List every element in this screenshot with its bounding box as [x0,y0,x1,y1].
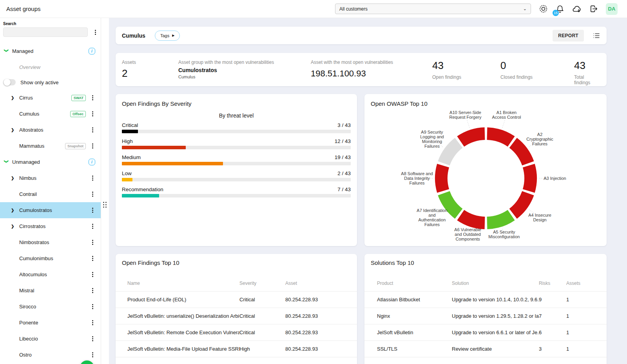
table-cell: Critical [239,297,285,302]
table-header-row: NameSeverityAsset [116,275,357,292]
donut-label-6: A6 Vulnerableand OutdatedComponents [454,227,481,241]
item-kebab-menu-icon[interactable] [91,319,95,327]
resize-drag-handle-icon[interactable] [103,202,107,208]
table-row[interactable]: Atlassian BitbucketUpgrade to version 10… [364,292,607,308]
table-row[interactable]: JelSoft vBulletinUpgrade to version 6.6.… [364,324,607,341]
item-kebab-menu-icon[interactable] [91,302,95,311]
table-cell: Critical [239,313,285,319]
report-button[interactable]: REPORT [553,30,584,42]
severity-row-medium: Medium19 / 43 [122,154,351,165]
sidebar-item-mammatus[interactable]: MammatusSnapshot [0,138,101,154]
sidebar-item-contrail[interactable]: Contrail [0,186,101,202]
item-kebab-menu-icon[interactable] [91,238,95,246]
chevron-right-icon[interactable]: ❯ [11,208,16,212]
sidebar-item-mistral[interactable]: Mistral [0,283,101,299]
item-kebab-menu-icon[interactable] [91,190,95,198]
item-kebab-menu-icon[interactable] [91,270,95,279]
open-owasp-top10-card: Open OWASP Top 10 A1 BrokenAccess Contro… [364,94,607,246]
chevron-right-icon[interactable]: ❯ [11,224,16,228]
table-row[interactable]: SSL/TLSReview certificate31 [364,341,607,357]
donut-label-9: A9 SecurityLogging andMonitoringFailures [420,130,444,148]
donut-segment-9[interactable] [444,143,459,163]
stat-total-findings: 43 Total findings [574,60,600,85]
donut-segment-6[interactable] [460,215,485,223]
avatar[interactable]: DA [606,3,618,15]
sidebar-item-nimbostratos[interactable]: Nimbostratos [0,234,101,250]
cloud-download-icon[interactable] [572,4,582,14]
donut-segment-3[interactable] [529,166,531,191]
stat-label: Asset with the most open vulnerabilities [311,60,432,65]
managed-list: ❯CirrusSWATCumulusOffsec❯AltostratosMamm… [0,90,101,154]
sidebar-section-unmanaged[interactable]: ❯ Unmanaged i [0,154,101,170]
item-kebab-menu-icon[interactable] [91,351,95,359]
item-kebab-menu-icon[interactable] [91,222,95,230]
chevron-right-icon[interactable]: ❯ [11,176,16,180]
sidebar-item-sirocco[interactable]: Sirocco [0,299,101,315]
customer-select[interactable]: All customers ⌄ [335,4,531,14]
column-header: Name [116,281,239,286]
sidebar-item-cumulostratos[interactable]: ❯Cumulostratos [0,202,101,218]
table-row[interactable]: Product End-of-Life (EOL)Critical80.254.… [116,292,357,308]
donut-segment-1[interactable] [487,134,511,141]
item-kebab-menu-icon[interactable] [91,206,95,214]
item-kebab-menu-icon[interactable] [91,174,95,182]
item-label: Altostratos [19,127,43,133]
severity-row-critical: Critical3 / 43 [122,122,351,133]
sidebar-item-altocumulos[interactable]: Altocumulos [0,266,101,283]
item-kebab-menu-icon[interactable] [91,286,95,295]
triangle-right-icon: ▶ [172,34,174,37]
table-cell: SSL/TLS [364,346,452,352]
sidebar-item-cirrostratos[interactable]: ❯Cirrostratos [0,218,101,234]
search-input[interactable] [3,27,88,37]
sidebar-resizer [101,18,109,364]
settings-sun-icon[interactable] [538,4,548,14]
sidebar-item-ponente[interactable]: Ponente [0,315,101,331]
tags-button[interactable]: Tags ▶ [155,31,180,41]
chevron-down-icon: ⌄ [523,6,527,11]
sidebar-section-managed[interactable]: ❯ Managed i [0,43,101,59]
tags-label: Tags [160,33,169,38]
sidebar-item-overview[interactable]: Overview [0,59,101,75]
info-icon[interactable]: i [89,159,95,165]
item-kebab-menu-icon[interactable] [91,110,95,118]
sidebar-item-altostratos[interactable]: ❯Altostratos [0,122,101,138]
donut-label-5: A5 SecurityMisconfiguration [488,230,520,239]
item-kebab-menu-icon[interactable] [91,94,95,102]
donut-segment-8[interactable] [441,166,443,191]
item-kebab-menu-icon[interactable] [91,335,95,343]
table-row[interactable]: NginxUpgrade to version 1.29.5, 1.28.2 o… [364,308,607,324]
logout-icon[interactable] [589,4,598,14]
donut-label-2: A2CryptographicFailures [526,132,553,146]
solutions-table: ProductSolutionRisksAssetsAtlassian Bitb… [364,275,607,357]
sidebar-item-cumulonimbus[interactable]: Cumulonimbus [0,250,101,266]
search-kebab-menu-icon[interactable] [93,28,98,36]
sidebar-search-block: Search [0,18,101,37]
list-view-icon[interactable] [593,32,600,40]
sidebar-item-nimbus[interactable]: ❯Nimbus [0,170,101,186]
item-label: Sirocco [19,304,36,310]
notifications-bell-icon[interactable]: 15 [555,4,565,14]
table-row[interactable]: JelSoft vBulletin: Media-File Upload Fea… [116,341,357,357]
donut-segment-4[interactable] [513,193,528,214]
item-kebab-menu-icon[interactable] [91,142,95,150]
show-only-active-row: Show only active [0,75,101,90]
sidebar-item-cumulus[interactable]: CumulusOffsec [0,106,101,122]
chevron-right-icon[interactable]: ❯ [11,128,16,132]
donut-segment-5[interactable] [487,215,511,223]
item-kebab-menu-icon[interactable] [91,126,95,134]
unmanaged-list: ❯NimbusContrail❯Cumulostratos❯Cirrostrat… [0,170,101,364]
table-row[interactable]: JelSoft vBulletin: Remote Code Execution… [116,324,357,341]
donut-segment-2[interactable] [513,143,528,163]
chevron-right-icon[interactable]: ❯ [11,96,16,100]
table-row[interactable]: JelSoft vBulletin: unserialize() Deseria… [116,308,357,324]
item-kebab-menu-icon[interactable] [91,254,95,263]
table-cell: 80.254.228.93 [285,346,357,352]
donut-segment-10[interactable] [460,134,485,141]
sidebar-item-cirrus[interactable]: ❯CirrusSWAT [0,90,101,106]
table-cell: Critical [239,330,285,335]
stat-label: Closed findings [500,74,574,80]
show-only-active-toggle[interactable] [3,79,16,85]
info-icon[interactable]: i [89,48,95,54]
app: Asset groups All customers ⌄ 15 [0,0,627,364]
sidebar-item-libeccio[interactable]: Libeccio [0,331,101,347]
